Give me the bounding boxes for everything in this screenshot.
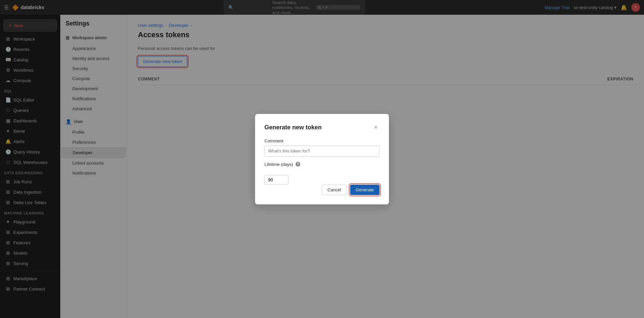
- modal-close-button[interactable]: ×: [372, 123, 380, 132]
- modal-generate-token: Generate new token × Comment Lifetime (d…: [255, 114, 389, 204]
- lifetime-label: Lifetime (days): [264, 162, 293, 167]
- modal-footer: Cancel Generate: [264, 185, 380, 195]
- lifetime-row: Lifetime (days) ?: [264, 162, 380, 167]
- cancel-button[interactable]: Cancel: [322, 185, 346, 195]
- lifetime-input[interactable]: [264, 175, 289, 185]
- modal-header: Generate new token ×: [264, 123, 380, 132]
- help-icon[interactable]: ?: [296, 162, 300, 167]
- comment-input[interactable]: [264, 145, 380, 156]
- comment-label: Comment: [264, 138, 380, 143]
- modal-title: Generate new token: [264, 124, 322, 131]
- generate-button[interactable]: Generate: [350, 185, 380, 195]
- modal-overlay: Generate new token × Comment Lifetime (d…: [0, 0, 644, 318]
